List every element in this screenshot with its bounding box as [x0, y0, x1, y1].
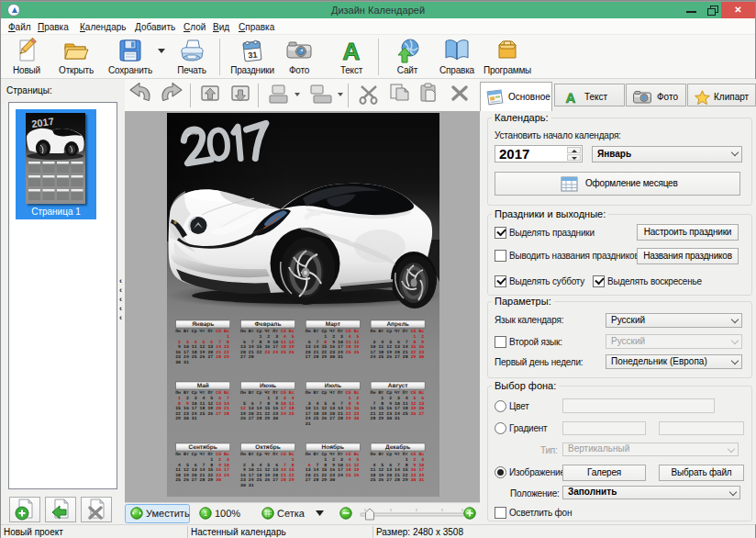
svg-text:Пн Вт Ср Чт Пт Сб Вс: Пн Вт Ср Чт Пт Сб Вс [306, 390, 360, 396]
svg-text:2 3 4 5 6 7 8: 2 3 4 5 6 7 8 [240, 463, 295, 468]
svg-text:18 19 20 21 22 23 24: 18 19 20 21 22 23 24 [175, 473, 229, 478]
svg-text:15 16 17 18 19 20 21: 15 16 17 18 19 20 21 [175, 406, 229, 411]
svg-text:1 2 3 4 5: 1 2 3 4 5 [306, 334, 360, 340]
svg-text:4 5 6 7 8 9 10: 4 5 6 7 8 9 10 [175, 463, 229, 468]
svg-text:25 26 27 28 29 30: 25 26 27 28 29 30 [175, 477, 229, 483]
svg-text:20 21 22 23 24 25 26: 20 21 22 23 24 25 26 [240, 350, 295, 355]
svg-text:1 2 3 4: 1 2 3 4 [240, 396, 295, 401]
svg-text:Пн Вт Ср Чт Пт Сб Вс: Пн Вт Ср Чт Пт Сб Вс [306, 452, 360, 457]
svg-text:Пн Вт Ср Чт Пт Сб Вс: Пн Вт Ср Чт Пт Сб Вс [175, 452, 229, 457]
svg-text:Уместить: Уместить [146, 509, 190, 520]
svg-text:1 2: 1 2 [371, 334, 425, 340]
svg-text:26 27 28 29 30: 26 27 28 29 30 [240, 416, 295, 421]
svg-text:3 4 5 6 7 8 9: 3 4 5 6 7 8 9 [371, 340, 425, 345]
svg-text:27 28: 27 28 [240, 354, 295, 360]
svg-text:28 29 30 31: 28 29 30 31 [371, 416, 425, 421]
svg-text:8 9 10 11 12 13 14: 8 9 10 11 12 13 14 [175, 401, 229, 407]
svg-text:Апрель: Апрель [386, 321, 408, 328]
svg-text:Пн Вт Ср Чт Пт Сб Вс: Пн Вт Ср Чт Пт Сб Вс [175, 390, 229, 396]
svg-text:1: 1 [175, 334, 229, 340]
svg-text:10 11 12 13 14 15 16: 10 11 12 13 14 15 16 [371, 344, 425, 350]
svg-text:17 18 19 20 21 22 23: 17 18 19 20 21 22 23 [371, 350, 425, 355]
svg-text:A: A [343, 38, 361, 63]
svg-text:1: 1 [240, 457, 295, 463]
svg-text:23 24 25 26 27 28 29: 23 24 25 26 27 28 29 [240, 477, 295, 483]
svg-text:10 11 12 13 14 15 16: 10 11 12 13 14 15 16 [306, 406, 360, 411]
svg-text:1 2 3 4 5 6 7: 1 2 3 4 5 6 7 [175, 396, 229, 401]
svg-text:Сетка: Сетка [277, 509, 306, 520]
svg-text:A: A [566, 91, 576, 105]
svg-text:1 2 3 4 5: 1 2 3 4 5 [306, 457, 360, 463]
svg-text:17 18 19 20 21 22 23: 17 18 19 20 21 22 23 [306, 411, 360, 417]
svg-text:14 15 16 17 18 19 20: 14 15 16 17 18 19 20 [371, 406, 425, 411]
svg-text:29 30 31: 29 30 31 [175, 416, 229, 421]
svg-text:20 21 22 23 24 25 26: 20 21 22 23 24 25 26 [306, 473, 360, 478]
svg-text:Декабрь: Декабрь [385, 444, 410, 451]
svg-text:6 7 8 9 10 11 12: 6 7 8 9 10 11 12 [306, 340, 360, 345]
svg-text:Пн Вт Ср Чт Пт Сб Вс: Пн Вт Ср Чт Пт Сб Вс [240, 390, 295, 396]
svg-text:1 2 3 4 5: 1 2 3 4 5 [240, 334, 295, 340]
svg-text:9 10 11 12 13 14 15: 9 10 11 12 13 14 15 [175, 344, 229, 350]
svg-text:13 14 15 16 17 18 19: 13 14 15 16 17 18 19 [240, 344, 295, 350]
svg-text:1: 1 [204, 510, 208, 518]
svg-text:23 24 25 26 27 28 29: 23 24 25 26 27 28 29 [175, 354, 229, 360]
svg-text:Июнь: Июнь [260, 383, 276, 389]
svg-text:4 5 6 7 8 9 10: 4 5 6 7 8 9 10 [371, 463, 425, 468]
svg-text:1 2 3 4 5 6: 1 2 3 4 5 6 [371, 396, 425, 401]
svg-text:27 28 29 30: 27 28 29 30 [306, 477, 360, 483]
svg-text:6 7 8 9 10 11 12: 6 7 8 9 10 11 12 [240, 340, 295, 345]
svg-text:16 17 18 19 20 21 22: 16 17 18 19 20 21 22 [240, 473, 295, 478]
svg-text:13 14 15 16 17 18 19: 13 14 15 16 17 18 19 [306, 467, 360, 473]
svg-text:30 31: 30 31 [240, 483, 295, 488]
svg-text:11 12 13 14 15 16 17: 11 12 13 14 15 16 17 [175, 467, 229, 473]
svg-text:21 22 23 24 25 26 27: 21 22 23 24 25 26 27 [371, 411, 425, 417]
svg-text:11 12 13 14 15 16 17: 11 12 13 14 15 16 17 [371, 467, 425, 473]
svg-text:Февраль: Февраль [255, 321, 282, 328]
svg-text:20 21 22 23 24 25 26: 20 21 22 23 24 25 26 [306, 350, 360, 355]
svg-text:1 2 3: 1 2 3 [371, 457, 425, 463]
svg-text:5 6 7 8 9 10 11: 5 6 7 8 9 10 11 [240, 401, 295, 407]
svg-text:3 4 5 6 7 8 9: 3 4 5 6 7 8 9 [306, 401, 360, 407]
svg-text:Май: Май [197, 383, 209, 389]
svg-text:2 3 4 5 6 7 8: 2 3 4 5 6 7 8 [175, 340, 229, 345]
svg-text:Август: Август [388, 383, 408, 389]
svg-text:22 23 24 25 26 27 28: 22 23 24 25 26 27 28 [175, 411, 229, 417]
svg-text:Октябрь: Октябрь [255, 444, 280, 451]
svg-text:9 10 11 12 13 14 15: 9 10 11 12 13 14 15 [240, 467, 295, 473]
svg-text:Январь: Январь [192, 321, 214, 328]
svg-text:31: 31 [248, 50, 258, 60]
svg-text:1 2 3: 1 2 3 [175, 457, 229, 463]
svg-text:Пн Вт Ср Чт Пт Сб Вс: Пн Вт Ср Чт Пт Сб Вс [371, 390, 425, 396]
svg-text:30 31: 30 31 [175, 360, 229, 365]
svg-text:19 20 21 22 23 24 25: 19 20 21 22 23 24 25 [240, 411, 295, 417]
svg-text:Ноябрь: Ноябрь [322, 444, 344, 451]
svg-text:Пн Вт Ср Чт Пт Сб Вс: Пн Вт Ср Чт Пт Сб Вс [371, 452, 425, 457]
svg-text:Пн Вт Ср Чт Пт Сб Вс: Пн Вт Ср Чт Пт Сб Вс [306, 329, 360, 334]
svg-text:18 19 20 21 22 23 24: 18 19 20 21 22 23 24 [371, 473, 425, 478]
svg-text:31: 31 [306, 421, 360, 427]
svg-text:7 8 9 10 11 12 13: 7 8 9 10 11 12 13 [371, 401, 425, 407]
svg-text:12 13 14 15 16 17 18: 12 13 14 15 16 17 18 [240, 406, 295, 411]
svg-text:1 2: 1 2 [306, 396, 360, 401]
svg-text:Пн Вт Ср Чт Пт Сб Вс: Пн Вт Ср Чт Пт Сб Вс [175, 329, 229, 334]
svg-text:16 17 18 19 20 21 22: 16 17 18 19 20 21 22 [175, 350, 229, 355]
svg-text:24 25 26 27 28 29 30: 24 25 26 27 28 29 30 [306, 416, 360, 421]
svg-text:25 26 27 28 29 30 31: 25 26 27 28 29 30 31 [371, 477, 425, 483]
svg-text:Июль: Июль [325, 383, 341, 389]
svg-text:Сентябрь: Сентябрь [189, 444, 217, 451]
svg-text:6 7 8 9 10 11 12: 6 7 8 9 10 11 12 [306, 463, 360, 468]
svg-text:Март: Март [326, 321, 340, 328]
svg-text:24 25 26 27 28 29 30: 24 25 26 27 28 29 30 [371, 354, 425, 360]
svg-text:27 28 29 30 31: 27 28 29 30 31 [306, 354, 360, 360]
svg-text:Пн Вт Ср Чт Пт Сб Вс: Пн Вт Ср Чт Пт Сб Вс [371, 329, 425, 334]
svg-text:Пн Вт Ср Чт Пт Сб Вс: Пн Вт Ср Чт Пт Сб Вс [240, 452, 295, 457]
svg-text:13 14 15 16 17 18 19: 13 14 15 16 17 18 19 [306, 344, 360, 350]
svg-text:100%: 100% [215, 509, 240, 520]
svg-text:Пн Вт Ср Чт Пт Сб Вс: Пн Вт Ср Чт Пт Сб Вс [240, 329, 295, 334]
